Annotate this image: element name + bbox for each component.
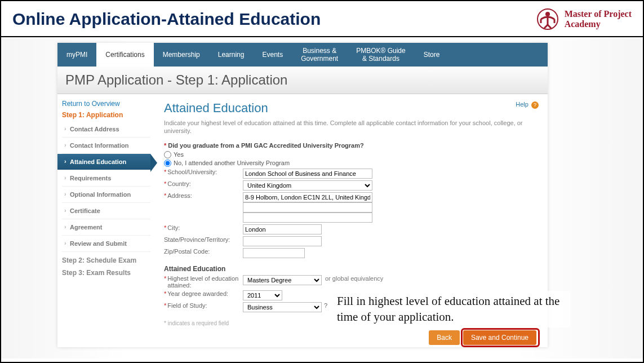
radio-yes-row[interactable]: Yes xyxy=(164,151,539,158)
highest-select[interactable]: Masters Degree xyxy=(243,275,322,285)
sidebar-certificate[interactable]: Certificate xyxy=(62,203,150,219)
city-label: *City: xyxy=(164,224,243,231)
year-select[interactable]: 2011 xyxy=(243,290,282,300)
state-label: State/Province/Territory: xyxy=(164,236,243,243)
form-heading: Attained Education xyxy=(164,101,268,116)
button-row: Back Save and Continue xyxy=(429,330,536,345)
svg-point-1 xyxy=(545,12,550,16)
field-of-study-select[interactable]: Business xyxy=(243,302,322,312)
address-label: *Address: xyxy=(164,192,243,199)
intro-text: Indicate your highest level of education… xyxy=(164,119,539,135)
address-line1-input[interactable] xyxy=(243,192,372,202)
page-title-bar: PMP Application - Step 1: Application xyxy=(57,67,548,94)
radio-no-row[interactable]: No, I attended another University Progra… xyxy=(164,160,539,167)
nav-pmbok[interactable]: PMBOK® Guide & Standards xyxy=(347,43,415,67)
nav-membership[interactable]: Membership xyxy=(154,43,209,67)
back-button[interactable]: Back xyxy=(429,330,460,345)
sidebar-requirements[interactable]: Requirements xyxy=(62,170,150,187)
country-label: *Country: xyxy=(164,180,243,187)
help-link[interactable]: Help ? xyxy=(516,101,539,109)
brand-logo-text: Master of Project Academy xyxy=(565,9,632,29)
nav-learning[interactable]: Learning xyxy=(209,43,254,67)
sidebar-contact-information[interactable]: Contact Information xyxy=(62,138,150,154)
city-input[interactable] xyxy=(243,224,322,234)
content-area: myPMI Certifications Membership Learning… xyxy=(1,37,643,358)
slide-annotation: Fill in highest level of education attai… xyxy=(334,291,570,327)
school-input[interactable] xyxy=(243,169,372,179)
step2-label: Step 2: Schedule Exam xyxy=(62,256,150,264)
address-line2-input[interactable] xyxy=(243,202,372,213)
svg-line-3 xyxy=(544,25,548,28)
gac-question: Did you graduate from a PMI GAC Accredit… xyxy=(164,142,539,149)
slide-title: Online Application-Attained Education xyxy=(12,10,321,29)
brand-logo: Master of Project Academy xyxy=(536,8,632,30)
year-label: *Year degree awarded: xyxy=(164,290,243,297)
highest-suffix: or global equivalency xyxy=(325,275,383,282)
country-select[interactable]: United Kingdom xyxy=(243,180,372,191)
field-help-icon[interactable]: ? xyxy=(324,302,327,309)
radio-no[interactable] xyxy=(164,160,171,167)
help-icon: ? xyxy=(531,101,539,109)
nav-events[interactable]: Events xyxy=(253,43,292,67)
nav-store[interactable]: Store xyxy=(415,43,449,67)
sidebar-optional-information[interactable]: Optional Information xyxy=(62,187,150,203)
school-label: *School/University: xyxy=(164,169,243,175)
sidebar-agreement[interactable]: Agreement xyxy=(62,219,150,236)
step1-label: Step 1: Application xyxy=(62,111,150,119)
field-label: *Field of Study: xyxy=(164,302,243,309)
top-nav: myPMI Certifications Membership Learning… xyxy=(57,43,548,67)
nav-mypmi[interactable]: myPMI xyxy=(57,43,96,67)
nav-certifications[interactable]: Certifications xyxy=(96,43,153,67)
zip-label: Zip/Postal Code: xyxy=(164,248,243,255)
brand-logo-icon xyxy=(536,8,559,30)
svg-line-4 xyxy=(548,25,551,28)
nav-business-government[interactable]: Business & Government xyxy=(292,43,347,67)
sidebar: Return to Overview Step 1: Application C… xyxy=(57,94,150,348)
highest-label: *Highest level of education attained: xyxy=(164,275,243,289)
radio-yes[interactable] xyxy=(164,151,171,158)
state-input[interactable] xyxy=(243,236,322,246)
zip-input[interactable] xyxy=(243,248,305,258)
sidebar-review-submit[interactable]: Review and Submit xyxy=(62,236,150,252)
sidebar-contact-address[interactable]: Contact Address xyxy=(62,121,150,138)
attained-education-subheading: Attained Education xyxy=(164,265,539,273)
sidebar-attained-education[interactable]: Attained Education xyxy=(57,154,150,170)
save-continue-button[interactable]: Save and Continue xyxy=(463,330,536,345)
slide-header: Online Application-Attained Education Ma… xyxy=(1,1,643,37)
step3-label: Step 3: Exam Results xyxy=(62,269,150,277)
return-overview-link[interactable]: Return to Overview xyxy=(62,100,150,108)
page-title: PMP Application - Step 1: Application xyxy=(65,72,540,88)
slide-frame: Online Application-Attained Education Ma… xyxy=(0,0,644,363)
address-line3-input[interactable] xyxy=(243,213,372,223)
